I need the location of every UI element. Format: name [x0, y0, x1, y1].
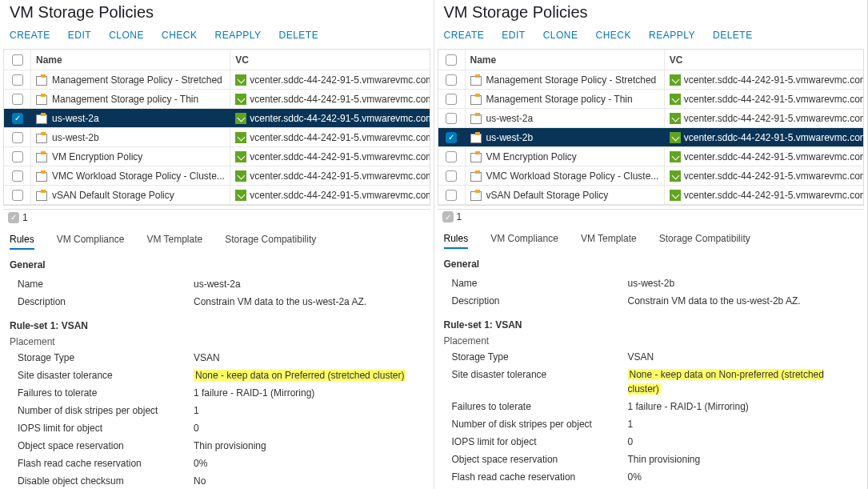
check-button[interactable]: CHECK	[595, 30, 631, 41]
row-checkbox-cell[interactable]	[438, 70, 466, 89]
row-checkbox-cell[interactable]	[4, 147, 31, 166]
row-vc-cell[interactable]: vcenter.sddc-44-242-91-5.vmwarevmc.com	[230, 128, 429, 146]
row-vc-cell[interactable]: vcenter.sddc-44-242-91-5.vmwarevmc.com	[665, 186, 863, 204]
select-all-cell[interactable]	[4, 50, 31, 70]
row-vc-cell[interactable]: vcenter.sddc-44-242-91-5.vmwarevmc.com	[665, 128, 863, 146]
table-row[interactable]: VM Encryption Policyvcenter.sddc-44-242-…	[4, 147, 430, 166]
create-button[interactable]: CREATE	[10, 30, 50, 41]
checkbox-icon[interactable]	[12, 151, 23, 162]
checkbox-icon[interactable]	[446, 190, 457, 201]
row-vc-cell[interactable]: vcenter.sddc-44-242-91-5.vmwarevmc.com	[230, 147, 429, 166]
row-checkbox-cell[interactable]	[4, 186, 31, 204]
checkbox-icon[interactable]	[12, 170, 23, 182]
table-row[interactable]: Management Storage Policy - Stretchedvce…	[4, 70, 430, 90]
row-name-cell[interactable]: Management Storage policy - Thin	[466, 90, 665, 108]
storage-policy-icon	[36, 151, 47, 162]
tab-vm-compliance[interactable]: VM Compliance	[57, 234, 125, 250]
table-row[interactable]: us-west-2bvcenter.sddc-44-242-91-5.vmwar…	[4, 128, 430, 147]
table-row[interactable]: us-west-2avcenter.sddc-44-242-91-5.vmwar…	[4, 109, 430, 128]
row-name-cell[interactable]: VM Encryption Policy	[31, 147, 230, 166]
table-row[interactable]: Management Storage policy - Thinvcenter.…	[438, 90, 864, 109]
checkbox-icon[interactable]	[446, 151, 457, 162]
table-row[interactable]: vSAN Default Storage Policyvcenter.sddc-…	[4, 186, 430, 205]
checkbox-icon[interactable]	[12, 190, 23, 201]
table-row[interactable]: Management Storage policy - Thinvcenter.…	[4, 90, 430, 109]
row-checkbox-cell[interactable]	[438, 186, 466, 204]
kv-value: Constrain VM data to the us-west-2b AZ.	[628, 294, 858, 308]
row-name-cell[interactable]: VM Encryption Policy	[466, 147, 665, 166]
row-checkbox-cell[interactable]	[4, 109, 31, 127]
create-button[interactable]: CREATE	[444, 30, 485, 41]
row-checkbox-cell[interactable]	[438, 147, 466, 166]
row-name-cell[interactable]: vSAN Default Storage Policy	[466, 186, 665, 204]
reapply-button[interactable]: REAPPLY	[215, 30, 262, 41]
row-checkbox-cell[interactable]	[438, 109, 466, 127]
checkbox-icon[interactable]	[446, 132, 457, 143]
row-vc-cell[interactable]: vcenter.sddc-44-242-91-5.vmwarevmc.com	[230, 186, 429, 204]
row-checkbox-cell[interactable]	[438, 128, 466, 146]
row-name-cell[interactable]: Management Storage Policy - Stretched	[466, 70, 665, 89]
row-name-cell[interactable]: Management Storage Policy - Stretched	[31, 70, 230, 89]
row-vc-cell[interactable]: vcenter.sddc-44-242-91-5.vmwarevmc.com	[230, 166, 429, 185]
col-name[interactable]: Name	[466, 50, 665, 70]
row-vc-cell[interactable]: vcenter.sddc-44-242-91-5.vmwarevmc.com	[230, 70, 429, 89]
row-checkbox-cell[interactable]	[438, 90, 466, 108]
row-vc-cell[interactable]: vcenter.sddc-44-242-91-5.vmwarevmc.com	[665, 166, 863, 185]
checkbox-icon[interactable]	[12, 113, 23, 124]
col-vc[interactable]: VC	[230, 50, 429, 70]
row-name-cell[interactable]: VMC Workload Storage Policy - Cluste...	[466, 166, 665, 185]
tab-rules[interactable]: Rules	[10, 234, 34, 250]
row-vc-cell[interactable]: vcenter.sddc-44-242-91-5.vmwarevmc.com	[665, 90, 863, 108]
row-checkbox-cell[interactable]	[4, 166, 31, 185]
check-button[interactable]: CHECK	[162, 30, 198, 41]
tab-storage-compatibility[interactable]: Storage Compatibility	[659, 233, 750, 249]
tab-vm-template[interactable]: VM Template	[146, 234, 202, 250]
checkbox-icon[interactable]	[12, 94, 23, 105]
row-vc-cell[interactable]: vcenter.sddc-44-242-91-5.vmwarevmc.com	[665, 147, 863, 166]
delete-button[interactable]: DELETE	[278, 30, 318, 41]
reapply-button[interactable]: REAPPLY	[649, 30, 695, 41]
clone-button[interactable]: CLONE	[543, 30, 578, 41]
checkbox-icon[interactable]	[446, 74, 457, 86]
edit-button[interactable]: EDIT	[502, 30, 525, 41]
row-vc-cell[interactable]: vcenter.sddc-44-242-91-5.vmwarevmc.com	[665, 109, 863, 127]
row-name-cell[interactable]: vSAN Default Storage Policy	[31, 186, 230, 204]
row-name-cell[interactable]: us-west-2a	[466, 109, 665, 127]
checkbox-icon[interactable]	[12, 54, 23, 66]
row-name-cell[interactable]: us-west-2b	[31, 128, 230, 146]
row-checkbox-cell[interactable]	[438, 166, 466, 185]
row-checkbox-cell[interactable]	[4, 90, 31, 108]
row-name-cell[interactable]: us-west-2b	[466, 128, 665, 146]
checkbox-icon[interactable]	[12, 74, 23, 86]
table-row[interactable]: vSAN Default Storage Policyvcenter.sddc-…	[438, 186, 864, 205]
delete-button[interactable]: DELETE	[713, 30, 753, 41]
tab-storage-compatibility[interactable]: Storage Compatibility	[225, 234, 316, 250]
row-name-cell[interactable]: VMC Workload Storage Policy - Cluste...	[31, 166, 230, 185]
row-checkbox-cell[interactable]	[4, 70, 31, 89]
edit-button[interactable]: EDIT	[68, 30, 91, 41]
tab-vm-template[interactable]: VM Template	[581, 233, 637, 249]
tab-rules[interactable]: Rules	[444, 233, 469, 249]
row-vc-cell[interactable]: vcenter.sddc-44-242-91-5.vmwarevmc.com	[230, 90, 429, 108]
table-row[interactable]: VM Encryption Policyvcenter.sddc-44-242-…	[438, 147, 864, 166]
row-checkbox-cell[interactable]	[4, 128, 31, 146]
table-row[interactable]: Management Storage Policy - Stretchedvce…	[438, 70, 864, 90]
select-all-cell[interactable]	[438, 50, 466, 70]
clone-button[interactable]: CLONE	[109, 30, 144, 41]
row-name-cell[interactable]: us-west-2a	[31, 109, 230, 127]
checkbox-icon[interactable]	[446, 94, 457, 105]
col-name[interactable]: Name	[31, 50, 230, 70]
checkbox-icon[interactable]	[446, 54, 457, 66]
table-row[interactable]: VMC Workload Storage Policy - Cluste...v…	[438, 166, 864, 186]
table-row[interactable]: us-west-2bvcenter.sddc-44-242-91-5.vmwar…	[438, 128, 864, 147]
tab-vm-compliance[interactable]: VM Compliance	[490, 233, 558, 249]
row-vc-cell[interactable]: vcenter.sddc-44-242-91-5.vmwarevmc.com	[665, 70, 863, 89]
table-row[interactable]: VMC Workload Storage Policy - Cluste...v…	[4, 166, 430, 186]
checkbox-icon[interactable]	[446, 170, 457, 182]
row-vc-cell[interactable]: vcenter.sddc-44-242-91-5.vmwarevmc.com	[230, 109, 429, 127]
checkbox-icon[interactable]	[12, 132, 23, 143]
col-vc[interactable]: VC	[665, 50, 863, 70]
row-name-cell[interactable]: Management Storage policy - Thin	[31, 90, 230, 108]
table-row[interactable]: us-west-2avcenter.sddc-44-242-91-5.vmwar…	[438, 109, 864, 128]
checkbox-icon[interactable]	[446, 113, 457, 124]
